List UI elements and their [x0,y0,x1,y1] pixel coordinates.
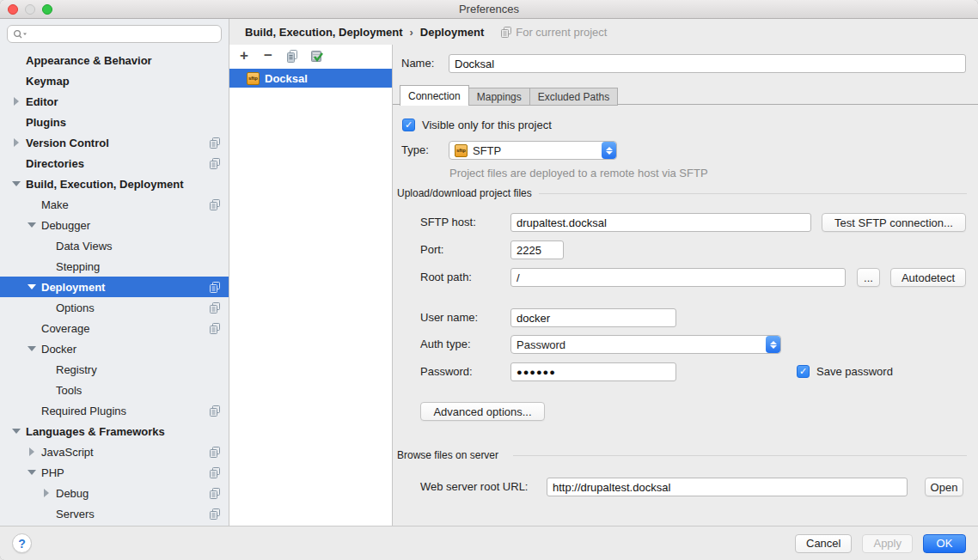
deployment-form: Name: Connection Mappings Excluded Paths… [393,45,978,526]
sidebar-item-php[interactable]: PHP [0,462,229,483]
for-current-project-icon [210,158,220,169]
tree-arrow-icon[interactable] [10,427,26,435]
sidebar-item-label: PHP [41,466,64,479]
sidebar-item-docker[interactable]: Docker [0,338,229,359]
apply-button[interactable]: Apply [862,534,913,553]
sidebar-item-label: Plugins [26,116,66,129]
root-path-label: Root path: [420,268,472,287]
zoom-button[interactable] [42,4,52,15]
per-project-badge-icon [210,508,220,520]
autodetect-button[interactable]: Autodetect [890,268,966,287]
copy-server-button[interactable] [285,49,299,63]
plus-icon: + [240,50,248,62]
tab-connection[interactable]: Connection [400,85,469,106]
server-item-docksal[interactable]: sftp Docksal [229,69,392,88]
sidebar-item-plugins[interactable]: Plugins [0,112,229,132]
for-current-project-icon-slot [501,27,511,38]
tree-arrow-icon[interactable] [10,97,26,106]
for-current-project-label: For current project [516,26,607,39]
sftp-host-input[interactable] [510,213,811,232]
tree-arrow-icon[interactable] [10,180,26,188]
tree-arrow-icon[interactable] [26,468,41,477]
sidebar-item-javascript[interactable]: JavaScript [0,441,229,462]
name-input[interactable] [449,54,966,73]
root-path-input[interactable] [510,268,846,287]
per-project-badge-icon [210,467,220,478]
sidebar-item-languages-frameworks[interactable]: Languages & Frameworks [0,421,229,441]
sidebar-item-build-execution-deployment[interactable]: Build, Execution, Deployment [0,173,229,194]
auth-type-label: Auth type: [420,335,471,354]
sidebar-item-version-control[interactable]: Version Control [0,132,229,153]
advanced-options-button[interactable]: Advanced options... [420,402,545,421]
breadcrumb-section[interactable]: Build, Execution, Deployment [245,26,402,39]
for-current-project-icon [210,323,220,334]
sidebar-item-options[interactable]: Options [0,297,229,318]
tree-arrow-icon[interactable] [10,138,26,147]
sidebar-item-data-views[interactable]: Data Views [0,235,229,256]
cancel-button[interactable]: Cancel [795,534,852,553]
for-current-project-icon [210,447,220,458]
upload-group-label: Upload/download project files [397,187,539,199]
password-input[interactable] [510,362,676,381]
type-value: SFTP [473,144,596,157]
visible-only-label: Visible only for this project [422,119,552,132]
sidebar-item-make[interactable]: Make [0,194,229,215]
sidebar-item-label: Debugger [41,219,90,232]
tree-arrow-icon[interactable] [40,489,56,497]
tree-arrow-icon[interactable] [26,344,41,353]
web-root-label: Web server root URL: [420,478,528,496]
copy-icon [286,50,298,63]
sidebar-item-servers[interactable]: Servers [0,503,229,524]
sidebar-item-label: Docker [41,343,76,356]
per-project-badge-icon [210,137,220,149]
tab-mappings[interactable]: Mappings [468,88,530,106]
settings-sidebar: Appearance & Behavior Keymap Editor Plug… [0,19,229,526]
sidebar-item-directories[interactable]: Directories [0,153,229,173]
tree-arrow-icon[interactable] [26,447,41,456]
port-input[interactable] [510,240,564,259]
sidebar-item-debug[interactable]: Debug [0,483,229,503]
sidebar-item-coverage[interactable]: Coverage [0,318,229,338]
sidebar-item-stepping[interactable]: Stepping [0,256,229,277]
visible-only-checkbox[interactable]: ✓ [402,119,415,131]
sidebar-item-label: Required Plugins [41,405,126,417]
test-sftp-connection-button[interactable]: Test SFTP connection... [822,213,966,232]
sidebar-item-deployment[interactable]: Deployment [0,277,229,297]
tree-arrow-icon[interactable] [26,221,41,229]
sidebar-item-editor[interactable]: Editor [0,91,229,112]
ok-button[interactable]: OK [923,534,966,553]
remove-server-button[interactable]: − [261,49,275,63]
add-server-button[interactable]: + [237,49,251,63]
save-password-checkbox[interactable]: ✓ [797,365,810,378]
tab-excluded-paths[interactable]: Excluded Paths [529,88,618,106]
web-root-input[interactable] [547,478,908,496]
server-toolbar: + − [229,45,392,67]
browse-root-path-button[interactable]: ... [857,268,880,287]
for-current-project-icon [210,302,220,313]
settings-search-input[interactable] [7,25,222,43]
close-button[interactable] [8,4,18,15]
open-button[interactable]: Open [925,478,963,496]
sidebar-item-keymap[interactable]: Keymap [0,70,229,91]
type-select[interactable]: sftp SFTP [449,141,617,160]
user-name-input[interactable] [510,308,676,327]
per-project-badge-icon [210,282,220,293]
sidebar-item-label: Directories [26,157,84,170]
sidebar-item-tools[interactable]: Tools [0,380,229,400]
sidebar-item-appearance-behavior[interactable]: Appearance & Behavior [0,50,229,70]
sidebar-item-required-plugins[interactable]: Required Plugins [0,400,229,421]
sidebar-item-debugger[interactable]: Debugger [0,215,229,235]
sidebar-item-label: Build, Execution, Deployment [26,178,183,191]
breadcrumb-separator-icon: › [407,26,414,39]
sidebar-item-label: Version Control [26,137,109,149]
sidebar-item-registry[interactable]: Registry [0,359,229,380]
tree-arrow-icon[interactable] [26,283,41,291]
auth-type-select[interactable]: Password [510,335,781,354]
server-list-panel: + − [229,45,393,526]
sidebar-item-label: Debug [56,487,89,500]
type-label: Type: [401,141,429,160]
upload-group-line [530,193,967,194]
help-button[interactable]: ? [12,533,32,553]
use-as-default-button[interactable] [309,49,323,63]
for-current-project-icon [210,199,220,210]
